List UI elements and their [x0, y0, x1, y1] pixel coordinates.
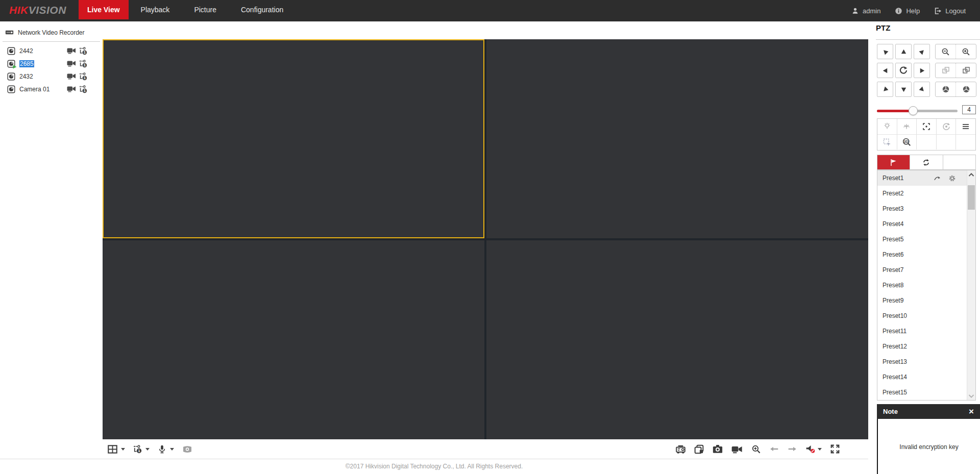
- capture-button[interactable]: [713, 444, 723, 454]
- ptz-speed-slider[interactable]: [877, 110, 958, 112]
- tab-playback[interactable]: Playback: [129, 0, 182, 19]
- zoom-3d-button[interactable]: [897, 135, 917, 149]
- slider-thumb[interactable]: [909, 106, 918, 115]
- window-division-button[interactable]: [108, 445, 125, 454]
- fisheye-icon: [182, 445, 192, 454]
- tab-live-view[interactable]: Live View: [79, 0, 129, 19]
- zoom-in-button[interactable]: [956, 44, 976, 59]
- ptz-down-right-button[interactable]: [914, 82, 930, 97]
- focus-far-button[interactable]: [956, 63, 976, 78]
- light-button[interactable]: [877, 119, 897, 134]
- focus-near-button[interactable]: [936, 63, 956, 78]
- preset-item[interactable]: Preset3: [877, 201, 975, 216]
- user-menu[interactable]: admin: [851, 7, 880, 15]
- digital-zoom-button[interactable]: [751, 444, 761, 454]
- footer-divider: [0, 459, 868, 459]
- ptz-speed-value[interactable]: 4: [962, 105, 976, 114]
- username: admin: [863, 7, 880, 15]
- stream-type-icon[interactable]: [79, 47, 87, 55]
- preset-item[interactable]: Preset4: [877, 216, 975, 232]
- tab-configuration[interactable]: Configuration: [229, 0, 296, 19]
- preset-item[interactable]: Preset9: [877, 293, 975, 308]
- close-icon[interactable]: ×: [969, 407, 974, 416]
- menu-icon: [962, 122, 970, 131]
- preset-item[interactable]: Preset12: [877, 339, 975, 354]
- wiper-button[interactable]: [897, 119, 917, 134]
- logo-secondary: VISION: [29, 4, 66, 16]
- preset-item[interactable]: Preset11: [877, 323, 975, 339]
- preset-item[interactable]: Preset2: [877, 186, 975, 201]
- tab-patrol[interactable]: [910, 155, 942, 169]
- preset-item[interactable]: Preset8: [877, 278, 975, 293]
- set-preset-icon[interactable]: [948, 174, 956, 182]
- video-pane-4[interactable]: [486, 240, 868, 439]
- camcorder-icon[interactable]: [67, 72, 76, 81]
- ptz-left-button[interactable]: [877, 63, 893, 78]
- start-all-live-button[interactable]: [676, 444, 685, 454]
- camcorder-icon[interactable]: [67, 85, 76, 93]
- ptz-down-left-button[interactable]: [877, 82, 893, 97]
- ptz-up-right-button[interactable]: [914, 44, 930, 59]
- preset-item[interactable]: Preset13: [877, 354, 975, 369]
- ptz-up-left-button[interactable]: [877, 44, 893, 59]
- tab-preset[interactable]: [877, 155, 910, 169]
- camcorder-icon[interactable]: [67, 47, 76, 55]
- preset-item[interactable]: Preset14: [877, 369, 975, 385]
- call-preset-icon[interactable]: [934, 174, 941, 182]
- preset-scrollbar[interactable]: [967, 170, 975, 400]
- scrollbar-thumb[interactable]: [968, 185, 975, 210]
- full-screen-button[interactable]: [830, 444, 840, 454]
- aux-empty-cell: [916, 135, 936, 149]
- stream-type-icon[interactable]: [79, 72, 87, 81]
- audio-button[interactable]: [805, 444, 822, 454]
- preset-item[interactable]: Preset6: [877, 247, 975, 262]
- next-page-icon: [788, 444, 797, 454]
- next-page-button[interactable]: [788, 444, 797, 454]
- menu-button[interactable]: [955, 119, 975, 134]
- streaming-indicator-icon: [13, 65, 17, 69]
- preset-label: Preset8: [883, 282, 903, 289]
- preset-item[interactable]: Preset7: [877, 262, 975, 278]
- preset-item[interactable]: Preset10: [877, 308, 975, 323]
- prev-page-button[interactable]: [770, 444, 779, 454]
- preset-item[interactable]: Preset5: [877, 232, 975, 247]
- live-view-toolbar: [103, 439, 868, 459]
- camera-name[interactable]: 2432: [19, 73, 33, 80]
- preset-label: Preset9: [883, 297, 903, 304]
- ptz-up-button[interactable]: [895, 44, 912, 59]
- note-header: Note ×: [877, 404, 980, 419]
- logout-button[interactable]: Logout: [934, 7, 966, 15]
- camera-name[interactable]: Camera 01: [19, 86, 50, 93]
- camcorder-icon[interactable]: [67, 60, 76, 68]
- tab-empty: [943, 155, 975, 169]
- auxiliary-focus-button[interactable]: [916, 119, 936, 134]
- iris-open-button[interactable]: [956, 82, 976, 96]
- lens-init-button[interactable]: [936, 119, 956, 134]
- stop-all-live-button[interactable]: [694, 444, 704, 454]
- scroll-down-icon[interactable]: [967, 391, 975, 400]
- video-pane-3[interactable]: [103, 240, 484, 439]
- tab-picture[interactable]: Picture: [182, 0, 229, 19]
- stream-type-button[interactable]: [133, 445, 150, 454]
- zoom-out-button[interactable]: [936, 44, 956, 59]
- camera-name-selected[interactable]: 2685: [19, 60, 34, 67]
- stream-type-icon[interactable]: [79, 60, 87, 68]
- help-label: Help: [906, 7, 920, 15]
- stream-type-icon[interactable]: [79, 85, 87, 93]
- preset-item[interactable]: Preset15: [877, 385, 975, 400]
- camera-name[interactable]: 2442: [19, 47, 33, 55]
- record-button[interactable]: [731, 445, 743, 454]
- scroll-up-icon[interactable]: [967, 170, 975, 179]
- iris-close-button[interactable]: [936, 82, 956, 96]
- video-pane-1-selected[interactable]: [103, 39, 484, 238]
- fisheye-button[interactable]: [182, 445, 192, 454]
- ptz-right-button[interactable]: [914, 63, 930, 78]
- ptz-down-button[interactable]: [895, 82, 912, 97]
- ptz-auto-scan-button[interactable]: [895, 63, 912, 78]
- manual-trace-button[interactable]: [877, 135, 897, 149]
- two-way-audio-button[interactable]: [158, 445, 174, 454]
- preset-item[interactable]: Preset1: [877, 170, 975, 186]
- video-pane-2[interactable]: [486, 39, 868, 238]
- help-button[interactable]: Help: [895, 7, 920, 15]
- aux-empty-cell: [936, 135, 956, 149]
